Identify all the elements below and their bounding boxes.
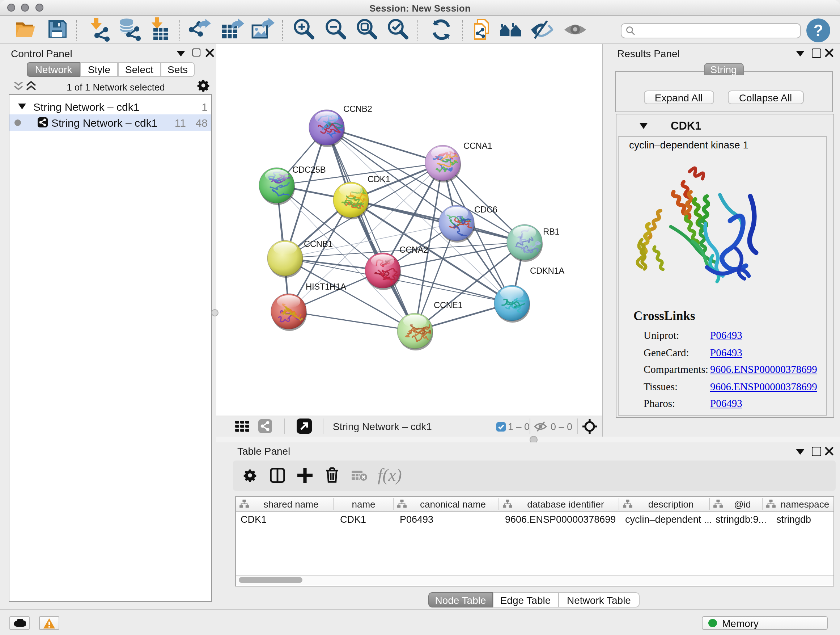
- svg-text:CCNB2: CCNB2: [343, 104, 372, 114]
- svg-text:HIST1H1A: HIST1H1A: [306, 282, 346, 291]
- svg-text:CCNA2: CCNA2: [399, 245, 428, 255]
- svg-text:RB1: RB1: [543, 226, 560, 236]
- svg-text:CCNA1: CCNA1: [463, 141, 492, 150]
- svg-text:CDC25B: CDC25B: [292, 165, 325, 174]
- svg-text:CDKN1A: CDKN1A: [530, 266, 564, 276]
- svg-text:?: ?: [813, 21, 823, 39]
- svg-text:CCNE1: CCNE1: [434, 300, 462, 310]
- svg-text:CDC6: CDC6: [474, 204, 497, 214]
- svg-text:CDK1: CDK1: [368, 174, 390, 184]
- svg-text:CCNB1: CCNB1: [304, 239, 332, 249]
